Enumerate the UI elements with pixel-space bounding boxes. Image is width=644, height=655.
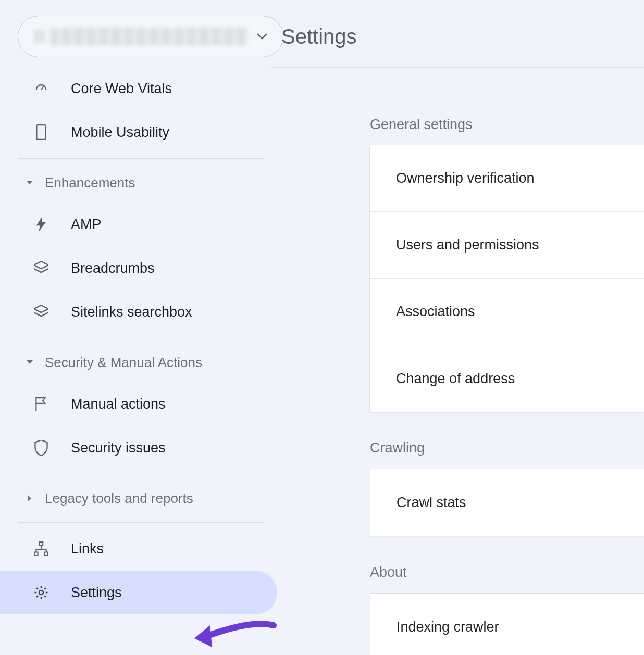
sitemap-icon xyxy=(33,541,49,556)
sidebar-item-label: Links xyxy=(71,541,104,557)
card-general-settings: Ownership verification Users and permiss… xyxy=(370,145,644,412)
mobile-icon xyxy=(33,124,49,140)
row-label: Indexing crawler xyxy=(397,619,499,635)
group-heading-crawling: Crawling xyxy=(370,440,644,456)
chevron-down-icon xyxy=(257,33,267,40)
page-title: Settings xyxy=(281,25,644,48)
main-content: Settings General settings Ownership veri… xyxy=(281,0,644,655)
layers-icon xyxy=(33,305,49,319)
shield-icon xyxy=(33,440,49,456)
group-heading-general: General settings xyxy=(370,117,644,133)
section-header-enhancements[interactable]: Enhancements xyxy=(0,163,281,203)
divider xyxy=(18,338,264,338)
property-name-redacted xyxy=(51,28,247,45)
layers-icon xyxy=(33,261,49,275)
annotation-arrow xyxy=(190,615,279,655)
bolt-icon xyxy=(33,217,49,232)
sidebar-item-core-web-vitals[interactable]: Core Web Vitals xyxy=(0,67,281,110)
sidebar-item-security-issues[interactable]: Security issues xyxy=(0,426,281,470)
sidebar-item-amp[interactable]: AMP xyxy=(0,203,281,246)
sidebar-item-label: Sitelinks searchbox xyxy=(71,304,192,320)
row-indexing-crawler[interactable]: Indexing crawler xyxy=(370,594,644,655)
row-label: Ownership verification xyxy=(396,170,535,186)
section-header-security[interactable]: Security & Manual Actions xyxy=(0,343,281,382)
sidebar-item-label: Settings xyxy=(71,585,122,601)
row-label: Change of address xyxy=(396,371,515,387)
row-users-permissions[interactable]: Users and permissions xyxy=(370,212,644,279)
sidebar-item-links[interactable]: Links xyxy=(0,527,281,571)
svg-rect-0 xyxy=(36,125,45,140)
row-label: Associations xyxy=(396,304,475,320)
sidebar-item-label: Breadcrumbs xyxy=(71,260,155,276)
sidebar-item-sitelinks-searchbox[interactable]: Sitelinks searchbox xyxy=(0,290,281,334)
triangle-down-icon xyxy=(26,360,33,365)
card-about: Indexing crawler xyxy=(370,593,644,655)
sidebar-item-mobile-usability[interactable]: Mobile Usability xyxy=(0,110,281,154)
section-label: Legacy tools and reports xyxy=(45,490,193,507)
row-label: Crawl stats xyxy=(397,495,466,511)
card-crawling: Crawl stats xyxy=(370,469,644,536)
sidebar-item-label: Manual actions xyxy=(71,396,166,412)
divider xyxy=(18,158,264,159)
row-change-of-address[interactable]: Change of address xyxy=(370,345,644,412)
divider xyxy=(18,619,264,619)
section-header-legacy[interactable]: Legacy tools and reports xyxy=(0,478,281,518)
divider xyxy=(18,474,264,474)
svg-point-1 xyxy=(39,590,43,595)
sidebar-item-settings[interactable]: Settings xyxy=(0,571,277,614)
divider xyxy=(271,67,644,68)
row-crawl-stats[interactable]: Crawl stats xyxy=(370,469,644,536)
sidebar-item-label: Core Web Vitals xyxy=(71,81,172,97)
row-associations[interactable]: Associations xyxy=(370,279,644,345)
sidebar: Core Web Vitals Mobile Usability Enhance… xyxy=(0,0,281,655)
divider xyxy=(18,522,264,523)
triangle-down-icon xyxy=(26,180,33,185)
speed-icon xyxy=(33,81,49,96)
section-label: Security & Manual Actions xyxy=(45,355,202,371)
sidebar-item-label: AMP xyxy=(71,217,102,233)
group-heading-about: About xyxy=(370,564,644,581)
flag-icon xyxy=(33,397,49,411)
sidebar-item-label: Mobile Usability xyxy=(71,124,169,141)
sidebar-item-label: Security issues xyxy=(71,440,166,456)
gear-icon xyxy=(33,585,49,600)
row-label: Users and permissions xyxy=(396,237,539,253)
property-selector[interactable] xyxy=(18,16,283,57)
sidebar-item-manual-actions[interactable]: Manual actions xyxy=(0,382,281,426)
sidebar-item-breadcrumbs[interactable]: Breadcrumbs xyxy=(0,246,281,290)
row-ownership-verification[interactable]: Ownership verification xyxy=(370,145,644,212)
property-favicon xyxy=(34,30,45,43)
triangle-right-icon xyxy=(26,495,33,502)
section-label: Enhancements xyxy=(45,175,135,191)
